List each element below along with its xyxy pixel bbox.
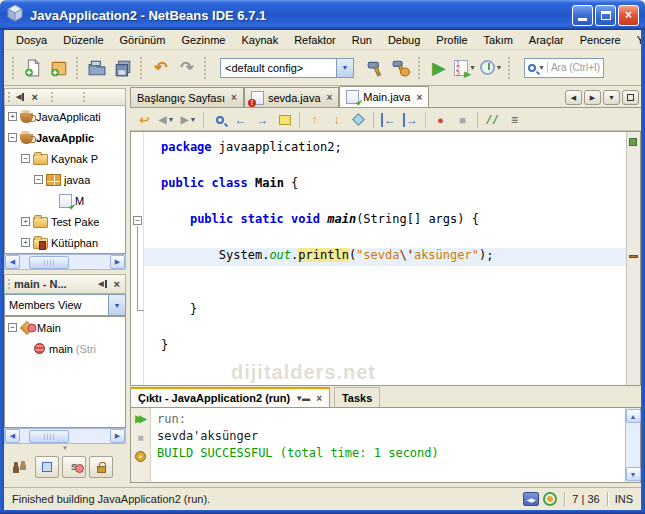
editor-tab[interactable]: sevda.java × (244, 87, 339, 107)
scroll-left-icon[interactable]: ◀ (5, 429, 20, 443)
scroll-up-icon[interactable]: ▲ (626, 409, 641, 423)
quick-search-input[interactable]: ▼ Ara (Ctrl+I) (524, 58, 604, 78)
rerun-button[interactable]: ▶▶ (133, 411, 149, 426)
run-button[interactable]: ▶ (426, 55, 452, 81)
scroll-tabs-left-button[interactable]: ◀ (565, 90, 582, 105)
tree-item[interactable]: main(Stri (5, 338, 125, 359)
code-line[interactable]: public class Main { (144, 176, 626, 194)
uncomment-button[interactable]: ≡ (504, 110, 525, 129)
config-dropdown[interactable]: <default config> ▼ (220, 58, 354, 78)
code-line[interactable]: } (144, 302, 626, 320)
fold-collapse-icon[interactable]: − (133, 216, 142, 225)
menu-item[interactable]: Run (344, 32, 380, 48)
code-line[interactable] (144, 266, 626, 284)
editor-tab[interactable]: Main.java × (339, 86, 429, 107)
menu-item[interactable]: Debug (380, 32, 428, 48)
close-tab-icon[interactable]: × (229, 92, 237, 103)
scroll-right-icon[interactable]: ▶ (110, 255, 125, 269)
find-selection-button[interactable] (208, 110, 229, 129)
tree-expander-icon[interactable]: − (34, 175, 43, 184)
close-tab-icon[interactable]: × (414, 92, 422, 103)
projects-panel-header[interactable]: ◀ × (4, 88, 126, 106)
find-next-button[interactable]: → (252, 110, 273, 129)
scroll-track[interactable] (20, 255, 110, 269)
build-button[interactable] (362, 55, 388, 81)
menu-item[interactable]: Refaktor (286, 32, 344, 48)
tree-item[interactable]: − Main (5, 317, 125, 338)
tree-expander-icon[interactable]: − (8, 323, 17, 332)
output-tab[interactable]: Çıktı - JavaApplication2 (run) ▼▬ × (130, 387, 330, 407)
clean-build-button[interactable] (388, 55, 414, 81)
output-filter-icon[interactable]: ▼▬ (295, 394, 309, 403)
redo-button[interactable]: ↷ (174, 55, 200, 81)
start-macro-recording-button[interactable]: ● (430, 110, 451, 129)
menu-item[interactable]: Profile (428, 32, 475, 48)
show-inherited-members-button[interactable] (8, 456, 32, 478)
code-line[interactable] (144, 320, 626, 338)
navigator-panel-header[interactable]: main - N... ◀ × (4, 274, 126, 294)
find-previous-button[interactable]: ← (230, 110, 251, 129)
tree-expander-icon[interactable]: − (8, 133, 17, 142)
scroll-left-icon[interactable]: ◀ (5, 255, 20, 269)
output-text[interactable]: run:sevda'aksüngerBUILD SUCCESSFUL (tota… (151, 408, 624, 482)
output-vertical-scrollbar[interactable]: ▲ ▼ (625, 408, 640, 482)
save-all-button[interactable] (110, 55, 136, 81)
tree-expander-icon[interactable]: − (21, 154, 30, 163)
show-static-members-button[interactable]: S (62, 456, 86, 478)
code-text[interactable]: package javaapplication2;public class Ma… (144, 132, 626, 385)
close-tab-icon[interactable]: × (325, 92, 333, 103)
navigator-horizontal-scrollbar[interactable]: ◀ ▶ (4, 428, 126, 444)
toggle-highlight-button[interactable] (274, 110, 295, 129)
open-project-button[interactable] (84, 55, 110, 81)
shift-left-button[interactable]: ← (378, 110, 399, 129)
previous-bookmark-button[interactable]: ↑ (304, 110, 325, 129)
tree-item[interactable]: M (5, 190, 125, 211)
forward-button[interactable]: ▶▼ (178, 110, 199, 129)
toggle-bookmark-button[interactable] (348, 110, 369, 129)
code-line[interactable]: System.out.println("sevda\'aksünger"); (144, 248, 626, 266)
undo-button[interactable]: ↶ (148, 55, 174, 81)
debug-button[interactable]: 123▼ (452, 55, 478, 81)
back-button[interactable]: ◀▼ (156, 110, 177, 129)
close-button[interactable]: × (618, 5, 639, 26)
profile-button[interactable]: ▼ (478, 55, 504, 81)
tree-expander-icon[interactable]: + (21, 238, 30, 247)
scroll-right-icon[interactable]: ▶ (110, 429, 125, 443)
diff-arrows-icon[interactable]: ◀▶ (523, 492, 539, 506)
comment-button[interactable]: // (482, 110, 503, 129)
new-project-button[interactable] (46, 55, 72, 81)
scroll-tabs-right-button[interactable]: ▶ (584, 90, 601, 105)
tree-item[interactable]: − Kaynak P (5, 148, 125, 169)
menu-item[interactable]: Dosya (8, 32, 55, 48)
scroll-thumb[interactable] (29, 256, 69, 269)
minimize-button[interactable] (572, 5, 593, 26)
shift-right-button[interactable]: → (400, 110, 421, 129)
splitter-collapse-handle[interactable]: ▼ (4, 445, 126, 451)
error-stripe[interactable] (626, 132, 640, 385)
current-line-mark[interactable] (629, 255, 638, 258)
scroll-down-icon[interactable]: ▼ (626, 467, 641, 481)
title-bar[interactable]: JavaApplication2 - NetBeans IDE 6.7.1 × (0, 0, 645, 30)
menu-item[interactable]: Araçlar (521, 32, 572, 48)
tree-item[interactable]: + Test Pake (5, 211, 125, 232)
tab-list-dropdown-button[interactable]: ▼ (603, 90, 620, 105)
tasks-tab[interactable]: Tasks (334, 387, 380, 407)
code-line[interactable] (144, 284, 626, 302)
minimize-panel-icon[interactable]: ◀ (14, 93, 26, 101)
show-fields-button[interactable] (35, 456, 59, 478)
scroll-thumb[interactable] (29, 430, 69, 443)
stop-run-button[interactable]: ■ (133, 430, 149, 445)
code-line[interactable]: } (144, 338, 626, 356)
stop-macro-recording-button[interactable]: ■ (452, 110, 473, 129)
new-file-button[interactable] (20, 55, 46, 81)
close-panel-icon[interactable]: × (29, 92, 39, 103)
last-edit-location-button[interactable]: ↩ (134, 110, 155, 129)
build-settings-button[interactable] (133, 449, 149, 464)
close-panel-icon[interactable]: × (112, 279, 122, 290)
editor-tab[interactable]: Başlangıç Sayfası × (130, 87, 244, 107)
code-line[interactable]: package javaapplication2; (144, 140, 626, 158)
maximize-button[interactable] (595, 5, 616, 26)
menu-item[interactable]: Düzenle (55, 32, 111, 48)
code-line[interactable] (144, 230, 626, 248)
minimize-panel-icon[interactable]: ◀ (96, 280, 108, 288)
